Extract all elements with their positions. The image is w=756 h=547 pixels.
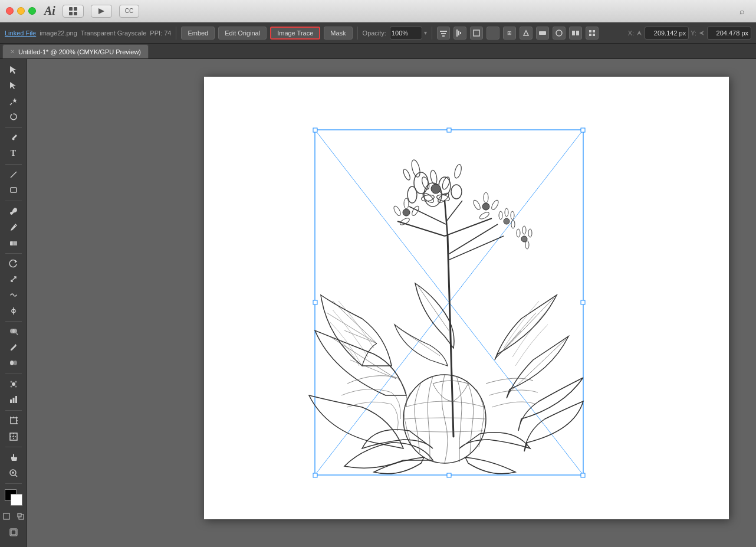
tool-rotate[interactable] bbox=[4, 256, 24, 271]
tool-slice[interactable] bbox=[4, 429, 24, 444]
svg-rect-0 bbox=[69, 7, 73, 11]
tool-pen[interactable] bbox=[4, 130, 24, 145]
color-swatches bbox=[1, 482, 27, 543]
svg-rect-22 bbox=[11, 188, 17, 192]
handle-tm[interactable] bbox=[447, 128, 451, 132]
minimize-button[interactable] bbox=[17, 7, 25, 15]
tool-zoom[interactable] bbox=[4, 466, 24, 480]
tool-line[interactable] bbox=[4, 168, 24, 182]
workspace-button[interactable] bbox=[63, 5, 84, 18]
y-input[interactable] bbox=[707, 27, 751, 40]
draw-mode-normal[interactable] bbox=[1, 510, 12, 522]
draw-mode-back[interactable] bbox=[15, 510, 27, 522]
arrange-button[interactable]: CC bbox=[119, 5, 139, 18]
tool-paintbrush[interactable] bbox=[4, 204, 24, 219]
svg-point-73 bbox=[403, 209, 410, 216]
svg-rect-55 bbox=[18, 513, 21, 517]
opacity-input[interactable] bbox=[390, 27, 422, 40]
tool-eraser[interactable] bbox=[4, 235, 24, 250]
svg-rect-14 bbox=[576, 31, 579, 35]
svg-rect-57 bbox=[11, 530, 16, 535]
handle-ml[interactable] bbox=[313, 300, 317, 304]
tool-selection[interactable] bbox=[4, 63, 24, 77]
svg-rect-53 bbox=[4, 513, 9, 519]
svg-point-20 bbox=[12, 138, 14, 140]
transform-button-8[interactable] bbox=[586, 27, 599, 40]
maximize-button[interactable] bbox=[28, 7, 36, 15]
background-color[interactable] bbox=[11, 494, 22, 506]
svg-line-21 bbox=[11, 172, 17, 178]
handle-tr[interactable] bbox=[581, 128, 585, 132]
tool-symbol[interactable] bbox=[4, 377, 24, 392]
tool-warp[interactable] bbox=[4, 288, 24, 303]
cc-libraries-button[interactable] bbox=[91, 5, 112, 18]
transform-button-3[interactable]: ⊞ bbox=[503, 27, 516, 40]
image-trace-button[interactable]: Image Trace bbox=[270, 27, 320, 40]
tool-eyedropper[interactable] bbox=[4, 340, 24, 355]
x-input[interactable] bbox=[645, 27, 689, 40]
svg-line-19 bbox=[10, 103, 12, 105]
artboard[interactable] bbox=[204, 77, 729, 519]
tool-sep-9 bbox=[5, 483, 22, 484]
tool-artboard[interactable] bbox=[4, 414, 24, 428]
handle-mr[interactable] bbox=[581, 300, 585, 304]
svg-point-32 bbox=[14, 361, 17, 365]
traffic-lights bbox=[6, 7, 36, 15]
transform-button-4[interactable] bbox=[520, 27, 533, 40]
svg-line-29 bbox=[17, 333, 18, 335]
mask-button[interactable]: Mask bbox=[324, 27, 352, 40]
color-swatch-stack[interactable] bbox=[5, 489, 22, 506]
svg-point-34 bbox=[12, 382, 15, 386]
embed-button[interactable]: Embed bbox=[181, 27, 215, 40]
handle-bm[interactable] bbox=[447, 473, 451, 477]
svg-rect-42 bbox=[11, 418, 17, 424]
transform-button-2[interactable] bbox=[487, 27, 499, 40]
x-label: X: bbox=[628, 30, 634, 37]
tool-magic-wand[interactable] bbox=[4, 94, 24, 109]
svg-rect-6 bbox=[442, 35, 445, 37]
filename-label: image22.png bbox=[40, 30, 77, 37]
search-icon[interactable]: ⌕ bbox=[734, 5, 750, 18]
opacity-arrow[interactable]: ▾ bbox=[424, 30, 427, 36]
tool-direct-selection[interactable] bbox=[4, 78, 24, 93]
tool-scale[interactable] bbox=[4, 272, 24, 287]
tool-pencil[interactable] bbox=[4, 220, 24, 234]
tool-lasso[interactable] bbox=[4, 110, 24, 125]
svg-rect-5 bbox=[441, 33, 446, 34]
transform-button-5[interactable] bbox=[536, 27, 549, 40]
type-icon: T bbox=[11, 149, 16, 158]
linked-file-label[interactable]: Linked File bbox=[5, 30, 36, 37]
tab-close-icon[interactable]: ✕ bbox=[10, 48, 15, 55]
draw-mode-group bbox=[1, 510, 27, 522]
tool-type[interactable]: T bbox=[4, 146, 24, 161]
tool-hand[interactable] bbox=[4, 450, 24, 465]
screen-mode-button[interactable] bbox=[4, 523, 24, 541]
edit-original-button[interactable]: Edit Original bbox=[218, 27, 267, 40]
transform-button-7[interactable] bbox=[569, 27, 582, 40]
svg-rect-15 bbox=[589, 30, 591, 32]
svg-rect-9 bbox=[460, 32, 461, 34]
tab-main[interactable]: ✕ Untitled-1* @ 200% (CMYK/GPU Preview) bbox=[2, 44, 149, 58]
separator-3 bbox=[432, 27, 432, 40]
handle-br[interactable] bbox=[581, 473, 585, 477]
properties-bar: Linked File image22.png Transparent Gray… bbox=[0, 22, 756, 44]
align-button-1[interactable] bbox=[437, 27, 450, 40]
x-coordinate-group: X: Y: bbox=[628, 27, 751, 40]
align-button-2[interactable] bbox=[453, 27, 466, 40]
close-button[interactable] bbox=[6, 7, 14, 15]
canvas-area[interactable] bbox=[27, 59, 756, 547]
tool-graph[interactable] bbox=[4, 392, 24, 407]
tool-width[interactable] bbox=[4, 303, 24, 318]
tool-sep-4 bbox=[5, 253, 22, 254]
tab-label: Untitled-1* @ 200% (CMYK/GPU Preview) bbox=[18, 48, 141, 55]
tool-rect[interactable] bbox=[4, 183, 24, 198]
svg-point-65 bbox=[431, 184, 441, 194]
transform-button-6[interactable] bbox=[553, 27, 566, 40]
tool-shape-builder[interactable] bbox=[4, 325, 24, 339]
handle-tl[interactable] bbox=[313, 128, 317, 132]
handle-bl[interactable] bbox=[313, 473, 317, 477]
transform-button-1[interactable] bbox=[470, 27, 483, 40]
svg-point-28 bbox=[12, 329, 17, 333]
svg-rect-41 bbox=[15, 396, 17, 403]
tool-blend[interactable] bbox=[4, 356, 24, 371]
